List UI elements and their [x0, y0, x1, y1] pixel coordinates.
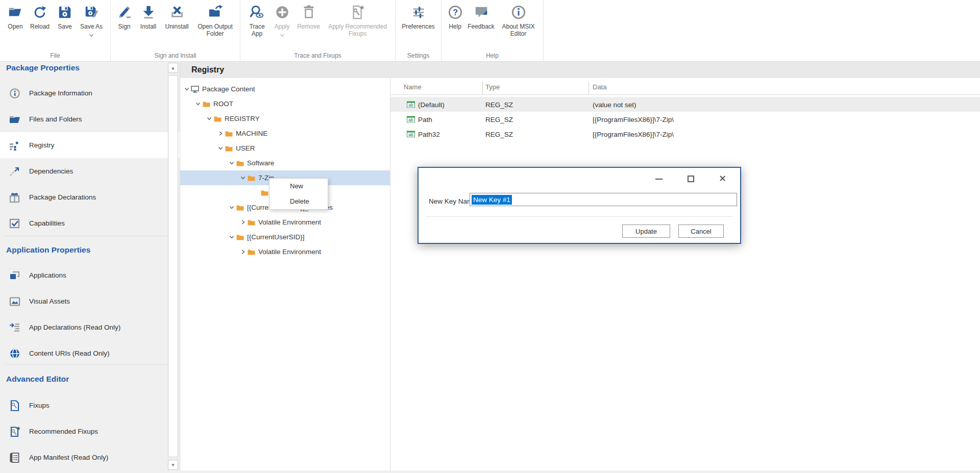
- trash-icon: [301, 4, 316, 21]
- scroll-up-button[interactable]: ▲: [168, 63, 178, 73]
- sidebar-item-dependencies[interactable]: Dependencies: [0, 158, 180, 184]
- trace-app-label: Trace App: [244, 23, 271, 37]
- chevron-down-icon[interactable]: [206, 116, 213, 121]
- ribbon-toolbar: Open Reload Save Save As File: [0, 0, 980, 62]
- sidebar-item-package-information[interactable]: Package Information: [0, 80, 180, 106]
- reload-label: Reload: [30, 23, 50, 30]
- tree-item-registry[interactable]: REGISTRY: [180, 111, 390, 126]
- ribbon-group-trace-fixups: Trace App Apply Remove Apply Recommended…: [240, 0, 396, 61]
- context-menu-item-new[interactable]: New: [270, 179, 328, 194]
- selected-input-text: New Key #1: [472, 195, 512, 205]
- new-key-name-input[interactable]: New Key #1: [470, 193, 737, 206]
- minimize-icon[interactable]: [655, 179, 663, 180]
- sidebar-item-recommended-fixups[interactable]: Recommended Fixups: [0, 418, 180, 444]
- tree-item-volatile-environment[interactable]: Volatile Environment: [180, 215, 390, 230]
- table-row[interactable]: ab (Default) REG_SZ (value not set): [390, 97, 980, 112]
- value-data: (value not set): [593, 101, 636, 108]
- folder-icon: [235, 205, 244, 211]
- update-button[interactable]: Update: [622, 225, 670, 238]
- column-header-name[interactable]: Name: [404, 83, 422, 91]
- value-type: REG_SZ: [485, 130, 513, 138]
- chevron-down-icon[interactable]: [239, 176, 247, 180]
- reload-button[interactable]: Reload: [27, 4, 53, 30]
- monitor-icon: [190, 86, 200, 93]
- feedback-label: Feedback: [468, 23, 495, 30]
- chevron-right-icon[interactable]: [239, 220, 247, 225]
- folder-icon: [224, 131, 233, 137]
- sidebar-divider: [5, 236, 172, 236]
- help-button[interactable]: ? Help: [445, 4, 465, 30]
- chevron-down-icon[interactable]: [228, 235, 235, 239]
- sidebar-item-applications[interactable]: Applications: [0, 262, 180, 288]
- chevron-right-icon[interactable]: [239, 250, 247, 254]
- about-msix-editor-button[interactable]: About MSIX Editor: [497, 4, 540, 37]
- folder-icon: [247, 175, 256, 181]
- chevron-down-icon[interactable]: [183, 87, 190, 91]
- tree-item-root[interactable]: ROOT: [180, 96, 390, 111]
- scroll-down-button[interactable]: ▼: [168, 460, 178, 470]
- sidebar-item-app-manifest[interactable]: App Manifest (Read Only): [0, 444, 180, 470]
- context-menu-item-delete[interactable]: Delete: [270, 194, 328, 209]
- manifest-scroll-icon: [9, 452, 21, 463]
- uninstall-button[interactable]: Uninstall: [161, 4, 193, 30]
- tree-item-currentusersid[interactable]: [{CurrentUserSID}]: [180, 230, 390, 244]
- chevron-down-icon[interactable]: [228, 161, 235, 165]
- table-row[interactable]: ab Path REG_SZ [{ProgramFilesX86}]\7-Zip…: [390, 112, 980, 127]
- close-icon[interactable]: ✕: [719, 173, 726, 184]
- scrollbar-thumb[interactable]: [168, 75, 178, 457]
- sidebar-item-capabilities[interactable]: Capabilities: [0, 210, 180, 236]
- dependencies-arrow-icon: [9, 166, 21, 177]
- sidebar-item-app-declarations[interactable]: App Declarations (Read Only): [0, 314, 180, 340]
- save-button[interactable]: Save: [53, 4, 77, 30]
- sidebar-item-content-uris[interactable]: Content URIs (Read Only): [0, 340, 180, 366]
- open-folder-icon: [8, 4, 23, 21]
- sidebar-item-label: Package Information: [29, 89, 92, 97]
- preferences-button[interactable]: Preferences: [397, 4, 440, 30]
- feedback-button[interactable]: Feedback: [465, 4, 497, 30]
- chevron-down-icon[interactable]: [194, 102, 202, 106]
- tree-item-machine[interactable]: MACHINE: [180, 126, 390, 141]
- table-row[interactable]: ab Path32 REG_SZ [{ProgramFilesX86}]\7-Z…: [390, 127, 980, 141]
- remove-button[interactable]: Remove: [294, 4, 324, 30]
- install-label: Install: [140, 23, 156, 30]
- sidebar-item-label: Package Declarations: [29, 193, 96, 201]
- tree-item-package-content[interactable]: Package Content: [180, 82, 390, 96]
- open-button[interactable]: Open: [4, 4, 27, 30]
- save-as-button[interactable]: Save As: [77, 4, 106, 38]
- cancel-button[interactable]: Cancel: [678, 225, 724, 238]
- open-output-folder-button[interactable]: Open Output Folder: [193, 4, 238, 37]
- trace-app-button[interactable]: Trace App: [244, 4, 271, 37]
- apply-recommended-fixups-button[interactable]: Apply Recommended Fixups: [324, 4, 392, 37]
- tree-item-software[interactable]: Software: [180, 156, 390, 170]
- column-separator[interactable]: [589, 82, 589, 94]
- sidebar-item-label: Applications: [29, 271, 66, 279]
- folder-icon: [213, 116, 222, 122]
- sign-button[interactable]: Sign: [113, 4, 136, 30]
- chevron-down-icon[interactable]: [217, 146, 224, 151]
- apply-button[interactable]: Apply: [271, 4, 294, 38]
- save-as-icon: [84, 4, 99, 21]
- sidebar-scrollbar[interactable]: ▲ ▼: [168, 62, 180, 473]
- column-separator[interactable]: [482, 82, 483, 94]
- sidebar-item-registry[interactable]: Registry: [0, 132, 180, 158]
- install-button[interactable]: Install: [136, 4, 161, 30]
- sidebar-item-fixups[interactable]: Fixups: [0, 392, 180, 418]
- remove-label: Remove: [297, 23, 320, 30]
- sidebar-item-package-declarations[interactable]: Package Declarations: [0, 184, 180, 210]
- tree-item-volatile-environment[interactable]: Volatile Environment: [180, 244, 390, 259]
- recommended-fixups-icon: [350, 4, 365, 21]
- save-label: Save: [58, 23, 71, 30]
- registry-values-panel: Name Type Data ab (Default) REG_SZ (valu…: [390, 78, 980, 470]
- folder-icon: [202, 101, 211, 107]
- column-header-type[interactable]: Type: [485, 83, 500, 91]
- tree-item-user[interactable]: USER: [180, 141, 390, 156]
- column-header-data[interactable]: Data: [593, 83, 606, 91]
- chevron-down-icon[interactable]: [228, 205, 235, 210]
- sidebar-item-visual-assets[interactable]: Visual Assets: [0, 288, 180, 314]
- open-output-folder-icon: [208, 4, 223, 21]
- maximize-icon[interactable]: [688, 176, 694, 182]
- install-icon: [141, 4, 156, 21]
- value-name: Path: [418, 115, 432, 123]
- chevron-right-icon[interactable]: [217, 131, 224, 136]
- sidebar-item-files-and-folders[interactable]: Files and Folders: [0, 106, 180, 132]
